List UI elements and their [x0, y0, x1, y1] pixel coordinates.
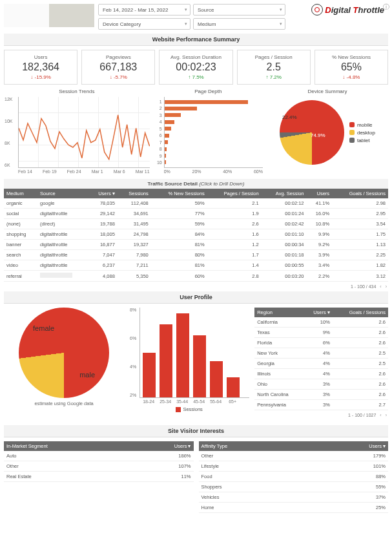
- kpi-value: 00:02:23: [162, 61, 229, 73]
- table-row[interactable]: Lifestyle101%: [199, 461, 389, 472]
- section-title-user-profile: User Profile: [4, 291, 388, 304]
- kpi-card: Pageviews 667,183 ↓ -5.7%: [81, 50, 155, 85]
- table-row[interactable]: Shoppers55%: [199, 482, 389, 492]
- age-legend: Sessions: [129, 406, 249, 412]
- table-row[interactable]: organicgoogle78,035112,40859%2.100:02:12…: [4, 198, 388, 209]
- kpi-label: Pages / Session: [240, 54, 307, 60]
- table-row[interactable]: Vehicles37%: [199, 492, 389, 503]
- table-row[interactable]: California10%2.6: [254, 317, 388, 328]
- chart-title: Device Summary: [267, 89, 388, 94]
- device-category-select[interactable]: Device Category: [98, 18, 191, 30]
- table-row[interactable]: Texas9%2.6: [254, 328, 388, 338]
- legend-item: mobile: [349, 122, 375, 128]
- kpi-label: Users: [7, 54, 74, 60]
- next-page-icon[interactable]: ›: [386, 284, 387, 289]
- table-row[interactable]: Pennsylvania3%2.7: [254, 400, 388, 410]
- region-table-wrap: RegionUsers ▾Goals / Sessions California…: [254, 308, 388, 420]
- table-row[interactable]: Food88%: [199, 472, 389, 482]
- kpi-card: Users 182,364 ↓ -15.9%: [4, 50, 77, 85]
- gender-caption: estimate using Google data: [4, 401, 124, 406]
- prev-page-icon[interactable]: ‹: [380, 413, 381, 417]
- table-row[interactable]: videodigitalthrottle6,2377,21181%1.400:0…: [4, 260, 388, 271]
- kpi-card: Pages / Session 2.5 ↑ 7.2%: [237, 50, 311, 85]
- kpi-card: % New Sessions 65% ↓ -4.8%: [315, 50, 388, 85]
- kpi-label: Avg. Session Duration: [162, 54, 229, 60]
- info-icon[interactable]: ⓘ: [383, 3, 389, 12]
- traffic-table[interactable]: MediumSourceUsers ▾Sessions% New Session…: [4, 189, 388, 282]
- table-row[interactable]: Florida6%2.6: [254, 338, 388, 348]
- kpi-card: Avg. Session Duration 00:02:23 ↑ 7.5%: [159, 50, 232, 85]
- filters: Feb 14, 2022 - Mar 15, 2022 Source Devic…: [98, 4, 285, 30]
- kpi-delta: ↑ 7.2%: [240, 74, 307, 80]
- prev-page-icon[interactable]: ‹: [380, 284, 381, 289]
- brand-name: Digital Throttle: [325, 5, 384, 15]
- table-row[interactable]: referral4,0885,35060%2.800:03:202.2%3.12: [4, 271, 388, 282]
- table-row[interactable]: (none)(direct)19,78831,49559%2.600:02:42…: [4, 219, 388, 229]
- table-row[interactable]: Auto186%: [4, 451, 194, 461]
- table-row[interactable]: Ohio3%2.6: [254, 379, 388, 390]
- brand-logo: Digital Throttle: [311, 4, 388, 16]
- traffic-table-title: Traffic Source Detail (Click to Drill Do…: [4, 179, 388, 189]
- section-title-performance: Website Performance Summary: [4, 34, 388, 46]
- table-row[interactable]: Real Estate11%: [4, 472, 194, 482]
- table-row[interactable]: Illinois4%2.6: [254, 369, 388, 379]
- gender-label-female: female: [33, 324, 54, 332]
- kpi-value: 182,364: [7, 61, 74, 73]
- inmarket-table[interactable]: In-Market SegmentUsers ▾ Auto186%Other10…: [4, 441, 194, 482]
- kpi-value: 65%: [318, 61, 385, 73]
- table-row[interactable]: Other107%: [4, 461, 194, 472]
- kpi-value: 2.5: [240, 61, 307, 73]
- kpi-value: 667,183: [85, 61, 152, 73]
- affinity-table[interactable]: Affinity TypeUsers ▾ Other179%Lifestyle1…: [199, 441, 389, 513]
- region-table[interactable]: RegionUsers ▾Goals / Sessions California…: [254, 308, 388, 410]
- chart-title: Page Depth: [154, 89, 263, 94]
- device-legend: mobiledesktoptablet: [349, 122, 375, 143]
- table-row[interactable]: searchdigitalthrottle7,0477,98080%1.700:…: [4, 250, 388, 260]
- next-page-icon[interactable]: ›: [386, 413, 387, 417]
- device-pie: 74.9%22.4%: [280, 100, 344, 165]
- table-row[interactable]: Georgia4%2.5: [254, 359, 388, 369]
- gender-label-male: male: [79, 371, 95, 379]
- table-row[interactable]: Home25%: [199, 503, 389, 513]
- region-pager[interactable]: 1 - 100 / 1027‹›: [254, 410, 388, 420]
- brand-icon: [311, 4, 323, 16]
- kpi-label: Pageviews: [85, 54, 152, 60]
- kpi-row: Users 182,364 ↓ -15.9%Pageviews 667,183 …: [4, 50, 388, 85]
- table-row[interactable]: socialdigitalthrottle29,14234,69177%1.90…: [4, 209, 388, 219]
- topbar: Feb 14, 2022 - Mar 15, 2022 Source Devic…: [4, 4, 388, 30]
- table-row[interactable]: bannerdigitalthrottle16,87719,32781%1.20…: [4, 240, 388, 250]
- table-row[interactable]: North Carolina3%2.6: [254, 390, 388, 400]
- gender-chart: female male estimate using Google data: [4, 308, 124, 420]
- traffic-pager[interactable]: 1 - 100 / 434‹›: [4, 282, 388, 291]
- chart-title: Session Trends: [4, 89, 150, 94]
- section-title-interests: Site Visitor Interests: [4, 425, 388, 437]
- source-select[interactable]: Source: [193, 4, 285, 16]
- medium-select[interactable]: Medium: [193, 18, 285, 30]
- age-chart: 8%6%4%2% 18-2425-3435-4445-5455-6465+ Se…: [129, 308, 249, 420]
- table-row[interactable]: New York4%2.5: [254, 348, 388, 359]
- kpi-delta: ↓ -4.8%: [318, 74, 385, 80]
- kpi-delta: ↑ 7.5%: [162, 74, 229, 80]
- kpi-delta: ↓ -15.9%: [7, 74, 74, 80]
- session-trends-chart: Session Trends 12K10K8K6K Feb 14Feb 19Fe…: [4, 89, 150, 174]
- legend-item: desktop: [349, 130, 375, 136]
- table-row[interactable]: Other179%: [199, 451, 389, 461]
- device-summary-chart: Device Summary 74.9%22.4% mobiledesktopt…: [267, 89, 388, 174]
- page-depth-chart: Page Depth 12345678910 0%20%40%60%: [154, 89, 263, 174]
- date-range-select[interactable]: Feb 14, 2022 - Mar 15, 2022: [98, 4, 191, 16]
- client-logo-placeholder: [4, 4, 94, 27]
- kpi-delta: ↓ -5.7%: [85, 74, 152, 80]
- table-row[interactable]: shoppingdigitalthrottle18,00524,79884%1.…: [4, 229, 388, 240]
- legend-item: tablet: [349, 138, 375, 143]
- kpi-label: % New Sessions: [318, 54, 385, 60]
